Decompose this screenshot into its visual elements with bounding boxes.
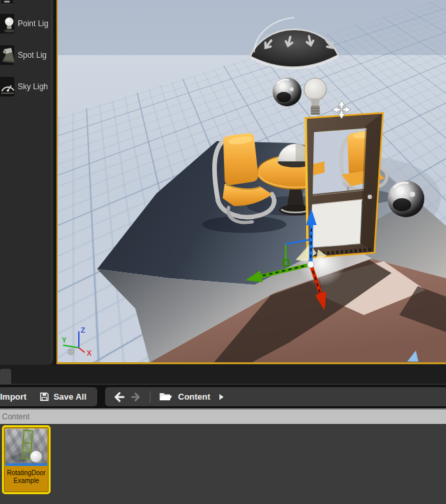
- breadcrumb-label: Content: [178, 392, 210, 402]
- viewport-scene: Z Y X: [58, 0, 446, 362]
- level-viewport[interactable]: Z Y X: [58, 0, 446, 362]
- viewport-selection-border-left: [56, 0, 58, 364]
- save-all-label: Save All: [53, 392, 86, 402]
- blueprint-type-bar: [5, 463, 47, 466]
- place-item-label: Sky Ligh: [18, 82, 48, 91]
- sky-light-billboard[interactable]: [250, 18, 338, 69]
- partial-item-above: [1, 0, 13, 5]
- content-path-bar: Content: [0, 408, 446, 424]
- place-item-label: Point Lig: [18, 19, 49, 28]
- breadcrumb-content[interactable]: Content: [178, 392, 210, 402]
- place-item-point-light[interactable]: Point Lig: [0, 8, 51, 39]
- asset-thumbnail: [5, 429, 47, 466]
- place-item-sky-light[interactable]: Sky Ligh: [0, 71, 51, 102]
- content-browser-assets[interactable]: RotatingDoor Example: [0, 424, 446, 504]
- viewport-selection-border-bottom: [56, 362, 446, 364]
- place-item-label: Spot Lig: [18, 51, 47, 60]
- forward-button[interactable]: [131, 392, 141, 402]
- import-label: Import: [0, 392, 26, 402]
- asset-name: RotatingDoor Example: [4, 466, 49, 485]
- content-browser-toolbar: Import Save All Content: [0, 384, 446, 408]
- toolbar-file-group: Import Save All: [0, 387, 97, 406]
- axis-gizmo: Z Y X: [62, 326, 92, 357]
- sky-light-icon: [0, 77, 14, 96]
- point-light-icon: [0, 14, 14, 33]
- save-all-button[interactable]: Save All: [39, 392, 86, 402]
- chrome-sphere-right[interactable]: [388, 180, 424, 217]
- door-lower-opening-backdrop: [310, 199, 362, 247]
- folder-icon: [159, 392, 172, 402]
- asset-rotatingdoor-example[interactable]: RotatingDoor Example: [2, 425, 51, 494]
- spot-light-icon: [0, 45, 14, 65]
- content-browser-tab[interactable]: [0, 369, 11, 384]
- place-actors-panel: Point Lig Spot Lig Sky Ligh: [0, 0, 53, 365]
- point-light-billboard[interactable]: [304, 78, 326, 115]
- thumb-sphere: [30, 451, 42, 463]
- toolbar-divider: [150, 391, 150, 403]
- back-button[interactable]: [113, 392, 125, 402]
- axis-x-label: X: [87, 349, 92, 357]
- chrome-sphere-left[interactable]: [273, 77, 301, 106]
- place-item-spot-light[interactable]: Spot Lig: [0, 39, 51, 71]
- breadcrumb-arrow-icon[interactable]: [219, 394, 224, 400]
- import-button[interactable]: Import: [0, 392, 26, 402]
- toolbar-nav-group: Content: [105, 387, 446, 406]
- unreal-editor-window: Point Lig Spot Lig Sky Ligh: [0, 0, 446, 504]
- axis-z-label: Z: [81, 326, 85, 334]
- dock-strip: [0, 364, 446, 384]
- path-bar-label: Content: [2, 412, 30, 421]
- save-icon: [39, 392, 49, 402]
- door-knob: [367, 194, 372, 200]
- axis-y-label: Y: [62, 336, 67, 344]
